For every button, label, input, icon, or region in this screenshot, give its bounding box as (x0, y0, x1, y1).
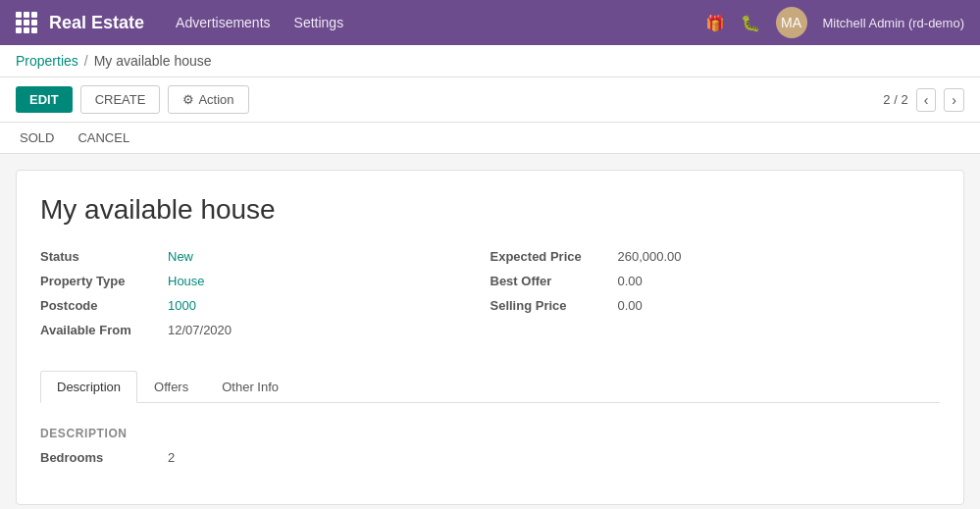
action-bar: EDIT CREATE ⚙ Action 2 / 2 ‹ › (0, 77, 980, 123)
field-row-status: Status New (40, 249, 490, 264)
topbar-right: 🎁 🐛 MA Mitchell Admin (rd-demo) (705, 7, 965, 38)
field-label-available-from: Available From (40, 323, 168, 337)
field-value-selling-price: 0.00 (618, 298, 643, 313)
fields-right: Expected Price 260,000.00 Best Offer 0.0… (490, 249, 941, 347)
cancel-button[interactable]: CANCEL (74, 128, 133, 147)
nav-advertisements[interactable]: Advertisements (176, 15, 270, 30)
field-value-property-type: House (168, 274, 205, 288)
tab-field-label-bedrooms: Bedrooms (40, 450, 168, 465)
bug-icon[interactable]: 🐛 (741, 14, 760, 32)
field-row-postcode: Postcode 1000 (40, 298, 490, 313)
tab-description[interactable]: Description (40, 371, 137, 403)
field-row-expected-price: Expected Price 260,000.00 (490, 249, 941, 264)
status-bar: SOLD CANCEL (0, 123, 980, 154)
pagination: 2 / 2 ‹ › (883, 88, 964, 112)
app-name: Real Estate (49, 13, 144, 33)
action-gear-icon: ⚙ (182, 92, 194, 107)
breadcrumb-separator: / (84, 53, 88, 69)
field-row-available-from: Available From 12/07/2020 (40, 323, 490, 337)
field-row-property-type: Property Type House (40, 274, 490, 288)
tab-content-description: Description Bedrooms 2 (40, 419, 940, 481)
tab-offers[interactable]: Offers (137, 371, 205, 402)
gift-icon[interactable]: 🎁 (705, 14, 725, 32)
user-name: Mitchell Admin (rd-demo) (823, 16, 965, 30)
fields-left: Status New Property Type House Postcode … (40, 249, 490, 347)
pagination-text: 2 / 2 (883, 92, 907, 107)
field-label-best-offer: Best Offer (490, 274, 618, 288)
field-label-selling-price: Selling Price (490, 298, 618, 313)
field-value-expected-price: 260,000.00 (618, 249, 682, 264)
record-card: My available house Status New Property T… (16, 170, 964, 505)
create-button[interactable]: CREATE (80, 85, 161, 114)
sold-button[interactable]: SOLD (16, 128, 58, 147)
field-row-selling-price: Selling Price 0.00 (490, 298, 941, 313)
tab-field-value-bedrooms: 2 (168, 450, 175, 465)
field-value-status: New (168, 249, 193, 264)
field-label-postcode: Postcode (40, 298, 168, 313)
tab-other-info[interactable]: Other Info (205, 371, 295, 402)
grid-menu-icon[interactable] (16, 12, 37, 33)
pagination-prev[interactable]: ‹ (916, 88, 937, 112)
tab-field-row-bedrooms: Bedrooms 2 (40, 450, 940, 465)
field-label-property-type: Property Type (40, 274, 168, 288)
field-value-available-from: 12/07/2020 (168, 323, 232, 337)
field-label-status: Status (40, 249, 168, 264)
field-label-expected-price: Expected Price (490, 249, 618, 264)
field-row-best-offer: Best Offer 0.00 (490, 274, 941, 288)
pagination-next[interactable]: › (944, 88, 964, 112)
avatar[interactable]: MA (776, 7, 807, 38)
main-content: My available house Status New Property T… (0, 154, 980, 509)
record-title: My available house (40, 194, 940, 226)
tabs-container: Description Offers Other Info (40, 371, 940, 403)
action-label: Action (198, 92, 233, 107)
top-nav: Advertisements Settings (176, 15, 704, 30)
tabs: Description Offers Other Info (40, 371, 940, 402)
breadcrumb-parent[interactable]: Properties (16, 53, 78, 69)
field-value-postcode: 1000 (168, 298, 196, 313)
breadcrumb: Properties / My available house (0, 45, 980, 77)
description-section-label: Description (40, 427, 940, 440)
breadcrumb-current: My available house (94, 53, 212, 69)
topbar: Real Estate Advertisements Settings 🎁 🐛 … (0, 0, 980, 45)
action-button[interactable]: ⚙ Action (168, 85, 248, 114)
edit-button[interactable]: EDIT (16, 86, 73, 113)
field-value-best-offer: 0.00 (618, 274, 643, 288)
nav-settings[interactable]: Settings (294, 15, 344, 30)
fields-grid: Status New Property Type House Postcode … (40, 249, 940, 347)
